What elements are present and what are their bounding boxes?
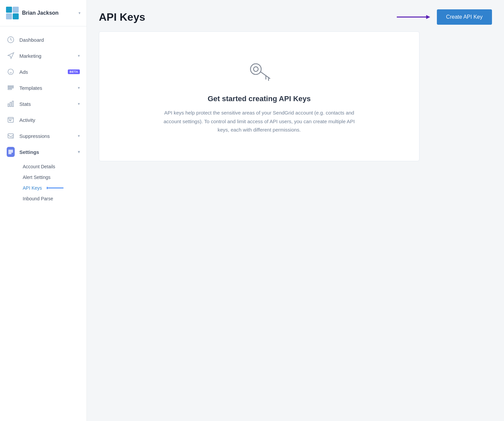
svg-rect-15 bbox=[9, 150, 10, 151]
sidebar-item-stats[interactable]: Stats ▾ bbox=[0, 96, 87, 112]
svg-rect-10 bbox=[12, 101, 14, 107]
stats-icon bbox=[7, 100, 15, 108]
svg-rect-8 bbox=[8, 104, 9, 107]
sidebar-item-activity[interactable]: Activity bbox=[0, 112, 87, 128]
chevron-down-icon: ▾ bbox=[78, 11, 80, 15]
svg-rect-2 bbox=[6, 13, 12, 19]
svg-rect-18 bbox=[10, 150, 11, 151]
svg-rect-19 bbox=[10, 152, 11, 153]
api-keys-arrow-icon bbox=[47, 186, 64, 190]
templates-chevron-icon: ▾ bbox=[78, 85, 80, 90]
svg-rect-21 bbox=[12, 152, 13, 153]
templates-icon bbox=[7, 84, 15, 92]
svg-rect-22 bbox=[10, 153, 11, 154]
svg-rect-5 bbox=[8, 86, 14, 87]
main-content-area: API Keys Create API Key bbox=[87, 0, 504, 421]
stats-chevron-icon: ▾ bbox=[78, 101, 80, 106]
sidebar-item-ads[interactable]: Ads BETA bbox=[0, 64, 87, 80]
svg-marker-26 bbox=[426, 15, 430, 19]
sidebar-item-suppressions[interactable]: Suppressions ▾ bbox=[0, 128, 87, 144]
svg-rect-7 bbox=[8, 89, 12, 90]
key-icon bbox=[246, 58, 273, 86]
api-keys-label: API Keys bbox=[23, 185, 42, 191]
user-logo-icon bbox=[6, 7, 19, 19]
user-name: Brian Jackson bbox=[22, 10, 75, 16]
sub-nav-api-keys[interactable]: API Keys bbox=[19, 183, 87, 193]
arrow-right-decoration bbox=[397, 14, 430, 20]
sidebar-item-dashboard-label: Dashboard bbox=[19, 37, 80, 43]
sidebar-item-ads-label: Ads bbox=[19, 69, 62, 75]
marketing-chevron-icon: ▾ bbox=[78, 53, 80, 58]
sidebar-item-activity-label: Activity bbox=[19, 117, 80, 123]
user-header[interactable]: Brian Jackson ▾ bbox=[0, 0, 87, 26]
settings-chevron-icon: ▾ bbox=[78, 150, 80, 154]
svg-rect-1 bbox=[13, 7, 19, 13]
sidebar: Brian Jackson ▾ Dashboard Marketing ▾ bbox=[0, 0, 87, 421]
page-title: API Keys bbox=[99, 11, 145, 23]
dashboard-icon bbox=[7, 36, 15, 44]
sidebar-item-templates[interactable]: Templates ▾ bbox=[0, 80, 87, 96]
svg-rect-11 bbox=[8, 118, 14, 123]
suppressions-chevron-icon: ▾ bbox=[78, 134, 80, 138]
sidebar-item-marketing[interactable]: Marketing ▾ bbox=[0, 48, 87, 64]
ads-beta-badge: BETA bbox=[68, 69, 80, 74]
svg-rect-16 bbox=[9, 152, 10, 153]
main-header: API Keys Create API Key bbox=[87, 0, 504, 31]
suppressions-icon bbox=[7, 132, 15, 140]
empty-state-card: Get started creating API Keys API keys h… bbox=[99, 31, 419, 161]
svg-rect-17 bbox=[9, 153, 10, 154]
sub-nav-alert-settings[interactable]: Alert Settings bbox=[19, 172, 87, 183]
settings-icon bbox=[7, 148, 15, 156]
create-api-key-button[interactable]: Create API Key bbox=[437, 9, 492, 25]
empty-state-description: API keys help protect the sensitive area… bbox=[162, 109, 356, 134]
svg-point-27 bbox=[250, 64, 261, 74]
sidebar-item-settings[interactable]: Settings ▾ bbox=[0, 144, 87, 160]
nav-section: Dashboard Marketing ▾ Ads BETA bbox=[0, 26, 87, 211]
svg-point-4 bbox=[8, 69, 14, 75]
marketing-icon bbox=[7, 52, 15, 60]
sidebar-item-suppressions-label: Suppressions bbox=[19, 133, 73, 139]
sub-nav-account-details[interactable]: Account Details bbox=[19, 161, 87, 172]
header-right: Create API Key bbox=[397, 9, 492, 25]
main-content: Get started creating API Keys API keys h… bbox=[87, 31, 504, 173]
sidebar-item-templates-label: Templates bbox=[19, 85, 73, 91]
svg-point-28 bbox=[254, 67, 258, 71]
svg-marker-24 bbox=[47, 187, 47, 189]
empty-state-title: Get started creating API Keys bbox=[208, 94, 311, 103]
sub-nav-inbound-parse[interactable]: Inbound Parse bbox=[19, 193, 87, 204]
svg-rect-9 bbox=[10, 102, 11, 107]
sidebar-item-stats-label: Stats bbox=[19, 101, 73, 107]
svg-rect-3 bbox=[13, 13, 19, 19]
ads-icon bbox=[7, 68, 15, 76]
sidebar-item-dashboard[interactable]: Dashboard bbox=[0, 32, 87, 48]
settings-sub-nav: Account Details Alert Settings API Keys … bbox=[0, 160, 87, 205]
activity-icon bbox=[7, 116, 15, 124]
svg-rect-6 bbox=[8, 87, 14, 88]
svg-rect-0 bbox=[6, 7, 12, 13]
svg-rect-20 bbox=[12, 150, 13, 151]
sidebar-item-settings-label: Settings bbox=[19, 149, 73, 155]
sidebar-item-marketing-label: Marketing bbox=[19, 53, 73, 59]
